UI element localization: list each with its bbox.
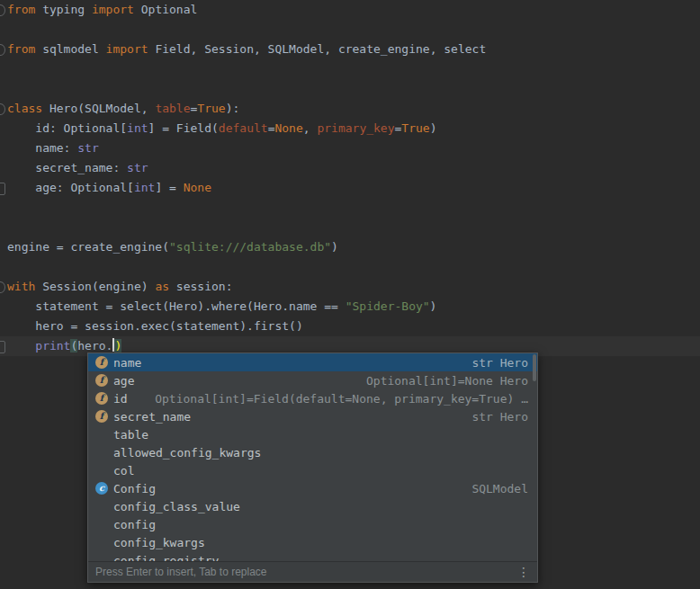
code-token: with xyxy=(7,280,35,293)
completion-item[interactable]: fnamestr Hero xyxy=(88,353,537,371)
completion-label: col xyxy=(113,464,134,477)
code-line[interactable] xyxy=(0,198,700,218)
completion-item[interactable]: cConfigSQLModel xyxy=(88,479,537,497)
vertical-dots-icon[interactable]: ⋮ xyxy=(517,566,530,578)
code-line[interactable] xyxy=(0,79,700,99)
code-line[interactable]: statement = select(Hero).where(Hero.name… xyxy=(0,297,700,317)
completion-label: config_kwargs xyxy=(113,536,205,549)
code-token: None xyxy=(184,181,211,194)
code-token: Optional xyxy=(134,3,197,16)
code-token: True xyxy=(197,102,225,115)
code-token: Field, Session, SQLModel, create_engine,… xyxy=(148,42,487,56)
completion-label: config_registry xyxy=(113,554,219,562)
code-token: ): xyxy=(226,102,240,115)
code-line[interactable]: name: str xyxy=(0,138,700,158)
code-token: as xyxy=(155,280,169,293)
code-line[interactable] xyxy=(0,59,700,79)
code-token: age: Optional[ xyxy=(7,181,134,194)
completion-item[interactable]: config_class_value xyxy=(88,497,537,515)
no-icon xyxy=(95,518,108,531)
completion-item[interactable]: table xyxy=(88,425,537,443)
completion-item[interactable]: allowed_config_kwargs xyxy=(88,443,537,461)
gutter-icon-fragment xyxy=(0,44,5,56)
code-line[interactable] xyxy=(0,20,700,40)
code-line[interactable]: from typing import Optional xyxy=(0,0,700,20)
code-token: sqlmodel xyxy=(35,42,105,56)
code-token: table xyxy=(155,102,190,115)
code-token: import xyxy=(106,42,148,56)
gutter-icon-fragment xyxy=(0,281,5,293)
code-token: default xyxy=(219,121,268,135)
field-icon: f xyxy=(95,374,108,387)
code-token: int xyxy=(127,121,148,135)
popup-hint-text: Press Enter to insert, Tab to replace xyxy=(95,566,267,578)
code-token: ) xyxy=(331,240,338,254)
field-icon: f xyxy=(95,392,108,405)
code-line[interactable]: with Session(engine) as session: xyxy=(0,277,700,297)
completion-label: config_class_value xyxy=(113,500,240,513)
code-token: statement = select(Hero).where(Hero.name… xyxy=(7,299,346,313)
code-token: ) xyxy=(430,121,437,135)
code-line[interactable] xyxy=(0,218,700,237)
field-icon: f xyxy=(95,410,108,423)
code-token: Session(engine) xyxy=(35,280,155,293)
code-token: from xyxy=(7,42,35,56)
code-line[interactable]: engine = create_engine("sqlite:///databa… xyxy=(0,237,700,257)
code-token: "Spider-Boy" xyxy=(346,299,430,313)
completion-tail: str Hero xyxy=(461,356,528,370)
completion-item[interactable]: col xyxy=(88,461,537,479)
code-token: session: xyxy=(169,280,232,293)
code-token: import xyxy=(92,3,134,16)
no-icon xyxy=(95,554,108,561)
code-token: engine = create_engine( xyxy=(7,240,169,254)
completion-item[interactable]: fageOptional[int]=None Hero xyxy=(88,371,537,389)
code-token: "sqlite:///database.db" xyxy=(169,240,331,254)
gutter-icon-fragment xyxy=(0,341,5,353)
code-token: hero = session.exec(statement).first() xyxy=(7,319,303,333)
code-token: print xyxy=(35,339,70,353)
popup-scrollbar-thumb[interactable] xyxy=(533,354,536,381)
code-line[interactable]: hero = session.exec(statement).first() xyxy=(0,317,700,336)
completion-item[interactable]: fidOptional[int]=Field(default=None, pri… xyxy=(88,389,537,407)
completion-popup: fnamestr HerofageOptional[int]=None Hero… xyxy=(87,353,538,583)
field-icon: f xyxy=(95,356,108,369)
no-icon xyxy=(95,536,108,549)
completion-tail: str Hero xyxy=(461,410,528,424)
completion-label: allowed_config_kwargs xyxy=(113,446,261,460)
completion-item[interactable]: config_kwargs xyxy=(88,533,537,551)
code-token: Hero(SQLModel, xyxy=(42,102,155,115)
code-token: True xyxy=(401,121,429,135)
code-token: None xyxy=(274,121,302,135)
completion-label: secret_name xyxy=(113,410,191,424)
no-icon xyxy=(95,500,108,513)
code-line[interactable]: id: Optional[int] = Field(default=None, … xyxy=(0,119,700,138)
popup-hint-bar: Press Enter to insert, Tab to replace ⋮ xyxy=(88,561,537,582)
code-token: ] = Field( xyxy=(148,121,219,135)
completion-item[interactable]: config xyxy=(88,515,537,533)
completion-item[interactable]: fsecret_namestr Hero xyxy=(88,407,537,425)
completion-tail: Optional[int]=None Hero xyxy=(355,374,528,388)
code-token: from xyxy=(7,3,35,16)
code-token: primary_key xyxy=(317,121,394,135)
completion-label: name xyxy=(113,356,141,370)
gutter-icon-fragment xyxy=(0,183,5,195)
completion-tail: SQLModel xyxy=(461,482,528,495)
code-line[interactable]: from sqlmodel import Field, Session, SQL… xyxy=(0,40,700,59)
code-line[interactable]: age: Optional[int] = None xyxy=(0,178,700,198)
code-token: id: Optional[ xyxy=(7,121,127,135)
completion-label: Config xyxy=(113,482,156,495)
code-token: ) xyxy=(114,339,121,353)
code-line[interactable]: class Hero(SQLModel, table=True): xyxy=(0,99,700,119)
completion-item[interactable]: config_registry xyxy=(88,551,537,561)
code-line[interactable]: secret_name: str xyxy=(0,158,700,178)
code-token: class xyxy=(7,102,42,115)
code-line[interactable] xyxy=(0,257,700,277)
code-token xyxy=(7,339,35,353)
completion-tail: Optional[int]=Field(default=None, primar… xyxy=(144,392,528,406)
completion-label: age xyxy=(113,374,134,388)
completion-list: fnamestr HerofageOptional[int]=None Hero… xyxy=(88,353,537,561)
gutter-icon-fragment xyxy=(0,103,5,115)
code-token: secret_name: xyxy=(7,161,127,174)
no-icon xyxy=(95,446,108,459)
no-icon xyxy=(95,428,108,441)
